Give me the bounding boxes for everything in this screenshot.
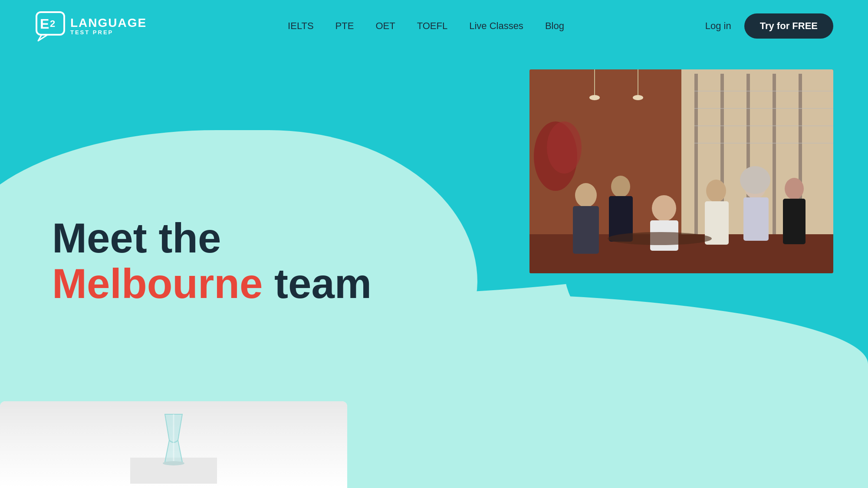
bottom-teaser-inner bbox=[0, 401, 347, 488]
svg-point-28 bbox=[706, 180, 726, 202]
svg-point-33 bbox=[785, 178, 804, 200]
svg-point-35 bbox=[608, 232, 712, 245]
svg-point-22 bbox=[575, 183, 597, 207]
logo[interactable]: E 2 LANGUAGE TEST PREP bbox=[35, 10, 147, 42]
nav-live-classes[interactable]: Live Classes bbox=[469, 20, 523, 32]
svg-point-40 bbox=[163, 461, 184, 465]
header-actions: Log in Try for FREE bbox=[705, 13, 833, 39]
try-free-button[interactable]: Try for FREE bbox=[744, 13, 833, 39]
hero-text: Meet the Melbourne team bbox=[52, 215, 372, 307]
svg-point-20 bbox=[633, 95, 643, 100]
hero-section: Meet the Melbourne team bbox=[0, 52, 868, 488]
svg-text:E: E bbox=[40, 16, 49, 32]
hero-team: team bbox=[263, 260, 372, 307]
main-nav: IELTS PTE OET TOEFL Live Classes Blog bbox=[288, 20, 564, 32]
hero-line1: Meet the bbox=[52, 215, 221, 261]
logo-icon: E 2 bbox=[35, 10, 66, 42]
svg-marker-3 bbox=[38, 35, 48, 41]
svg-rect-32 bbox=[743, 197, 769, 241]
hero-melbourne: Melbourne bbox=[52, 260, 263, 307]
svg-point-31 bbox=[740, 166, 770, 194]
bottom-teaser-svg bbox=[130, 406, 217, 484]
header: E 2 LANGUAGE TEST PREP IELTS PTE OET TOE… bbox=[0, 0, 868, 52]
brand-name: LANGUAGE bbox=[70, 17, 147, 29]
team-photo-svg bbox=[529, 69, 833, 273]
hero-heading: Meet the Melbourne team bbox=[52, 215, 372, 307]
team-photo-inner bbox=[529, 69, 833, 273]
svg-point-26 bbox=[652, 195, 676, 221]
brand-sub: TEST PREP bbox=[70, 29, 147, 36]
hero-line2: Melbourne team bbox=[52, 261, 372, 307]
nav-ielts[interactable]: IELTS bbox=[288, 20, 314, 32]
nav-pte[interactable]: PTE bbox=[335, 20, 354, 32]
nav-toefl[interactable]: TOEFL bbox=[417, 20, 448, 32]
nav-oet[interactable]: OET bbox=[375, 20, 395, 32]
team-photo bbox=[529, 69, 833, 273]
logo-text: LANGUAGE TEST PREP bbox=[70, 17, 147, 36]
svg-rect-34 bbox=[783, 199, 806, 244]
login-button[interactable]: Log in bbox=[705, 20, 731, 32]
svg-point-37 bbox=[547, 121, 582, 174]
nav-blog[interactable]: Blog bbox=[545, 20, 564, 32]
svg-text:2: 2 bbox=[50, 18, 55, 29]
svg-point-24 bbox=[611, 176, 630, 197]
bottom-teaser bbox=[0, 401, 347, 488]
svg-point-18 bbox=[589, 95, 600, 100]
svg-rect-23 bbox=[573, 206, 599, 254]
